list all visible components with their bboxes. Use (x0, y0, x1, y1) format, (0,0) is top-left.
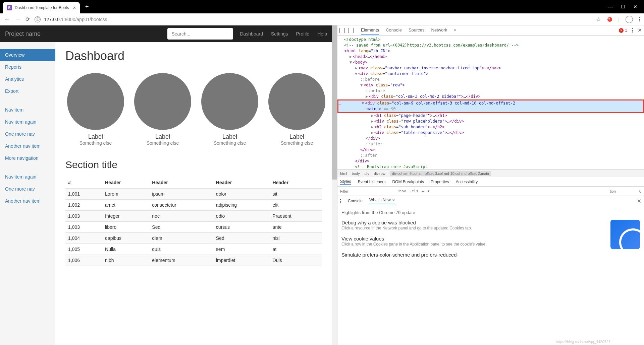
drawer-close-icon[interactable]: ✕ (637, 198, 641, 204)
table-cell: adipiscing (213, 200, 270, 211)
devtools-panel: Elements Console Sources Network » ✕1 ✕ … (337, 25, 644, 345)
drawer-tab-whatsnew[interactable]: What's New✕ (369, 198, 395, 204)
nav-link-dashboard[interactable]: Dashboard (240, 31, 263, 37)
browser-menu-icon[interactable] (639, 17, 640, 21)
devtools-close-icon[interactable]: ✕ (638, 27, 642, 33)
drawer-menu-icon[interactable] (340, 199, 341, 203)
minimize-icon[interactable]: — (608, 4, 613, 9)
error-badge[interactable]: ✕1 (619, 28, 627, 33)
styles-tab[interactable]: Styles (340, 179, 351, 185)
add-rule-icon[interactable]: + (422, 189, 424, 194)
nav-link-settings[interactable]: Settings (271, 31, 288, 37)
cls-toggle[interactable]: .cls (410, 189, 419, 193)
styles-filter-input[interactable] (340, 189, 394, 193)
close-window-icon[interactable]: ✕ (633, 4, 637, 9)
nav-link-help[interactable]: Help (317, 31, 327, 37)
browser-tab[interactable]: B Dashboard Template for Boots × (3, 2, 80, 13)
table-cell: Duis (270, 255, 322, 266)
table-cell: 1,001 (65, 188, 102, 200)
extension-icon[interactable] (607, 17, 612, 22)
sidebar-item[interactable]: Nav item (0, 104, 55, 116)
bookmark-icon[interactable]: ☆ (596, 16, 601, 23)
tab-elements[interactable]: Elements (361, 25, 379, 35)
sidebar-item[interactable]: Another nav item (0, 140, 55, 152)
crumb[interactable]: body (352, 171, 360, 176)
sidebar-item[interactable]: One more nav (0, 183, 55, 195)
url-host: 127.0.0.1 (44, 17, 63, 22)
placeholder-sub: Something else (201, 140, 258, 146)
sidebar-item[interactable]: Nav item again (0, 171, 55, 183)
info-icon[interactable]: ⓘ (35, 16, 41, 22)
wn-item-desc: Click a row in the Cookies pane in the A… (341, 242, 605, 247)
tab-more-icon[interactable]: » (454, 25, 456, 35)
placeholder-circle (134, 73, 191, 130)
table-header: Header (149, 177, 213, 188)
styles-tab[interactable]: Accessibility (456, 180, 478, 184)
crumb[interactable]: div (365, 171, 369, 176)
devtools-menu-icon[interactable] (632, 28, 633, 32)
maximize-icon[interactable]: ☐ (621, 4, 625, 9)
whatsnew-heading: Highlights from the Chrome 79 update (341, 210, 640, 215)
table-cell: odio (213, 211, 270, 222)
table-cell: cursus (213, 222, 270, 233)
sidebar-item[interactable]: Nav item again (0, 116, 55, 128)
whatsnew-panel: Highlights from the Chrome 79 update Deb… (337, 206, 644, 345)
sidebar-item[interactable]: One more nav (0, 128, 55, 140)
placeholder-label: Label (201, 133, 258, 140)
reload-button[interactable]: ⟳ (25, 16, 30, 22)
crumb-selected[interactable]: div.col-sm-9.col-sm-offset-3.col-md-10.c… (390, 171, 491, 176)
styles-tab[interactable]: DOM Breakpoints (392, 180, 424, 184)
inspect-icon[interactable] (339, 28, 345, 33)
sidebar-item-overview[interactable]: Overview (0, 49, 55, 61)
table-row: 1,002ametconsecteturadipiscingelit (65, 200, 322, 211)
forward-button[interactable]: → (15, 16, 21, 23)
styles-tab[interactable]: Event Listeners (358, 180, 386, 184)
close-icon[interactable]: × (73, 5, 76, 10)
nav-link-profile[interactable]: Profile (296, 31, 310, 37)
sidebar-item-reports[interactable]: Reports (0, 61, 55, 73)
styles-tab[interactable]: Properties (431, 180, 449, 184)
stat-value: 0 (639, 189, 641, 193)
table-cell: 1,006 (65, 255, 102, 266)
profile-avatar[interactable] (626, 16, 633, 23)
tab-network[interactable]: Network (431, 25, 447, 35)
tab-sources[interactable]: Sources (409, 25, 425, 35)
sidebar-item[interactable]: More navigation (0, 152, 55, 164)
breadcrumb[interactable]: html body div div.row div.col-sm-9.col-s… (337, 169, 644, 177)
table-cell: 1,003 (65, 211, 102, 222)
page-title: Dashboard (65, 49, 322, 63)
placeholder-sub: Something else (134, 140, 191, 146)
data-table: #HeaderHeaderHeaderHeader 1,001Loremipsu… (65, 177, 322, 266)
sidebar-item[interactable]: Another nav item (0, 195, 55, 207)
table-row: 1,001Loremipsumdolorsit (65, 188, 322, 200)
table-cell: at (270, 244, 322, 255)
sidebar: Overview Reports Analytics Export Nav it… (0, 42, 55, 345)
search-input[interactable] (167, 28, 233, 40)
table-header: # (65, 177, 102, 188)
placeholder-label: Label (67, 133, 124, 140)
elements-tree[interactable]: <!doctype html> <!-- saved from url=(004… (337, 36, 644, 169)
hov-toggle[interactable]: :hov (397, 189, 406, 193)
table-cell: amet (102, 200, 149, 211)
crumb[interactable]: div.row (374, 171, 385, 176)
tab-console[interactable]: Console (386, 25, 402, 35)
browser-tab-bar: B Dashboard Template for Boots × + — ☐ ✕ (0, 0, 644, 13)
table-cell: Nulla (102, 244, 149, 255)
table-cell: Sed (213, 233, 270, 244)
device-toggle-icon[interactable] (348, 28, 354, 33)
sidebar-item-export[interactable]: Export (0, 85, 55, 97)
drawer-tab-console[interactable]: Console (348, 199, 363, 203)
new-tab-button[interactable]: + (85, 3, 89, 10)
crumb[interactable]: html (340, 171, 347, 176)
table-cell: Integer (102, 211, 149, 222)
sidebar-item-analytics[interactable]: Analytics (0, 73, 55, 85)
chevron-down-icon[interactable]: ▾ (428, 189, 430, 193)
table-row: 1,003IntegernecodioPraesent (65, 211, 322, 222)
back-button[interactable]: ← (4, 16, 10, 23)
scrollbar[interactable] (332, 25, 337, 345)
address-bar[interactable]: ⓘ 127.0.0.1:8000/app01/bootcss (35, 16, 591, 22)
table-cell: dapibus (102, 233, 149, 244)
placeholder-circle (268, 73, 325, 130)
table-cell: 1,004 (65, 233, 102, 244)
navbar-brand[interactable]: Project name (5, 30, 41, 38)
